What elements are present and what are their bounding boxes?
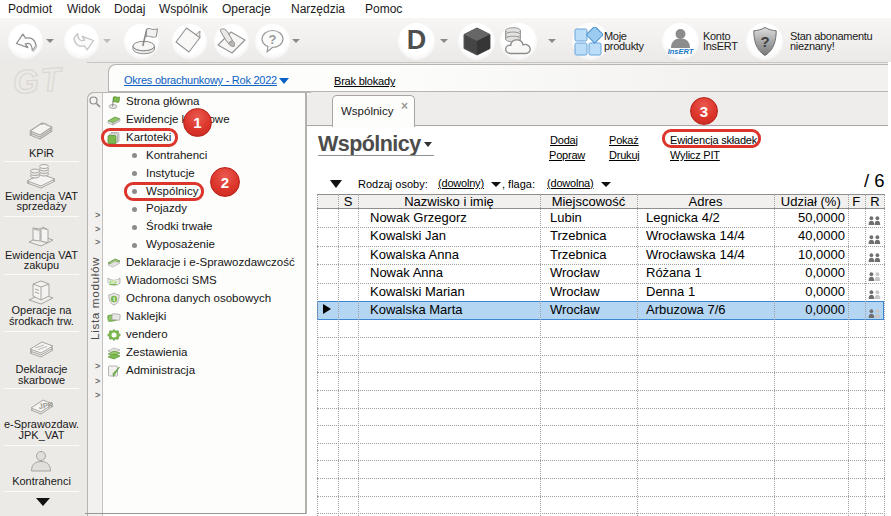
svg-text:InsERT: InsERT: [668, 47, 695, 56]
svg-text:JPK: JPK: [38, 400, 54, 411]
svg-text:?: ?: [269, 32, 277, 47]
svg-text:?: ?: [760, 33, 769, 50]
svg-text:SMS: SMS: [108, 280, 118, 285]
